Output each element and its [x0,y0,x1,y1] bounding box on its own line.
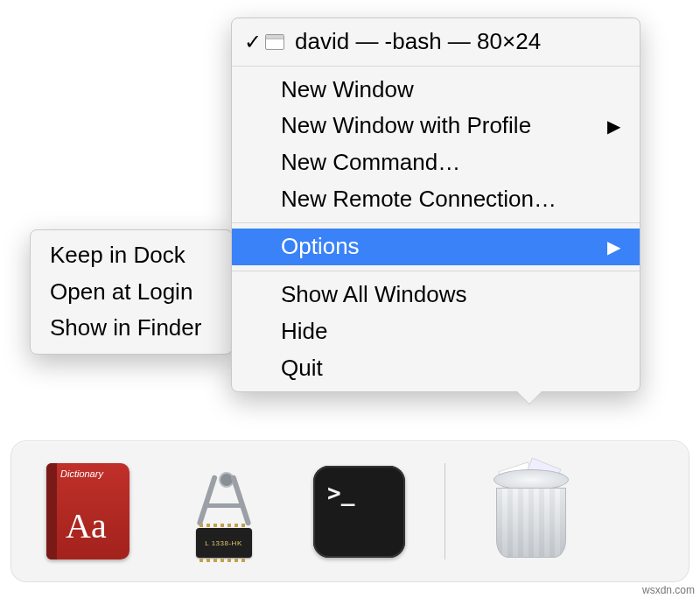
menu-separator [232,271,640,271]
menu-item-label: Quit [281,352,323,385]
menu-item-options[interactable]: Options ▶ [232,229,640,265]
options-submenu: Keep in Dock Open at Login Show in Finde… [30,229,233,355]
checkmark-icon: ✓ [244,26,262,57]
menu-item-new-window[interactable]: New Window [232,72,640,109]
menu-item-label: Hide [281,315,327,348]
dock-item-trash[interactable] [480,461,581,562]
menu-item-keep-in-dock[interactable]: Keep in Dock [31,237,232,274]
dictionary-icon: Dictionary Aa [46,463,130,559]
dictionary-icon-label: Dictionary [60,468,103,479]
menu-separator [232,66,640,67]
terminal-icon-glyph: >_ [327,480,354,506]
submenu-arrow-icon: ▶ [607,114,620,139]
trash-icon [492,466,570,558]
menu-item-label: New Remote Connection… [281,183,556,216]
dictionary-icon-glyph: Aa [66,509,107,544]
chip-icon-text: L 1338-HK [196,528,252,558]
menu-caret-icon [517,391,542,404]
submenu-arrow-icon: ▶ [607,235,620,260]
menu-item-show-all-windows[interactable]: Show All Windows [232,277,640,313]
dock-item-dictionary[interactable]: Dictionary Aa [38,461,138,562]
menu-item-new-command[interactable]: New Command… [232,144,640,181]
menu-item-hide[interactable]: Hide [232,313,640,350]
dock-separator [444,463,445,559]
terminal-icon: >_ [313,466,405,558]
menu-item-label: New Window with Profile [281,109,531,143]
menu-item-label: Show in Finder [50,312,201,345]
chip-icon: L 1338-HK [196,528,252,558]
menu-item-new-remote-connection[interactable]: New Remote Connection… [232,181,640,218]
menu-item-label: Open at Login [50,276,192,309]
menu-item-label: New Command… [281,146,460,179]
menu-item-label: New Window [281,74,414,107]
system-information-icon: L 1338-HK [176,463,272,559]
dock-item-terminal[interactable]: >_ [309,461,410,562]
dock-item-system-information[interactable]: L 1338-HK [173,461,274,562]
menu-item-new-window-profile[interactable]: New Window with Profile ▶ [232,108,640,144]
menu-item-open-at-login[interactable]: Open at Login [31,274,232,311]
dock: Dictionary Aa L 1338-HK >_ [10,440,690,582]
menu-item-active-window[interactable]: ✓ david — -bash — 80×24 [232,24,640,60]
dock-context-menu: ✓ david — -bash — 80×24 New Window New W… [231,18,640,392]
menu-item-label: Show All Windows [281,278,466,312]
menu-separator [232,222,640,223]
menu-item-show-in-finder[interactable]: Show in Finder [31,310,232,347]
menu-item-quit[interactable]: Quit [232,350,640,387]
menu-item-label: Options [281,230,360,264]
menu-item-label: david — -bash — 80×24 [295,25,541,59]
window-icon [265,34,284,50]
watermark-text: wsxdn.com [642,584,695,596]
menu-item-label: Keep in Dock [50,239,186,272]
